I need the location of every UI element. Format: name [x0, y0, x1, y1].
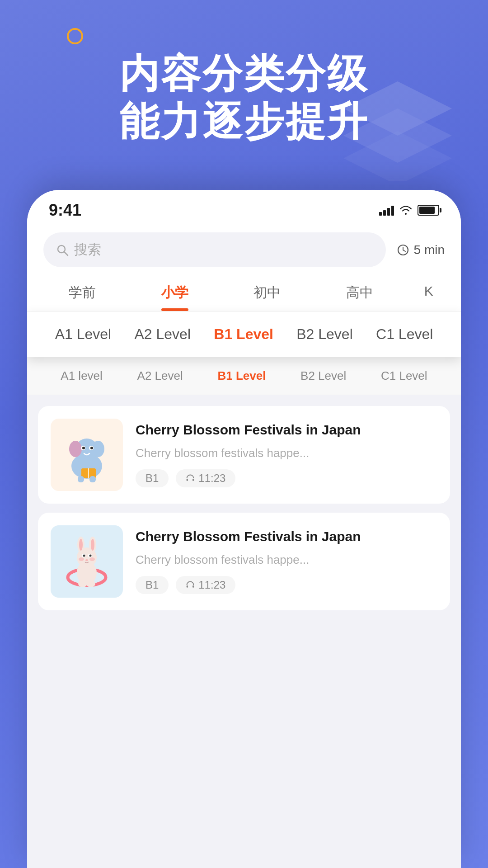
svg-point-37 [86, 580, 95, 587]
headphone-icon-2 [186, 580, 195, 590]
svg-point-28 [91, 539, 94, 551]
hero-title-line1: 内容分类分级 [0, 50, 488, 98]
card-1-level-tag: B1 [136, 469, 169, 487]
svg-line-4 [64, 252, 68, 255]
time-filter-label: 5 min [414, 243, 445, 257]
svg-point-13 [82, 447, 85, 449]
status-icons [379, 205, 439, 216]
sub-level-tabs: A1 level A2 Level B1 Level B2 Level C1 L… [27, 357, 461, 395]
tab-middle[interactable]: 初中 [221, 276, 313, 311]
sub-tab-a2[interactable]: A2 Level [137, 365, 183, 387]
svg-point-30 [83, 555, 85, 557]
search-placeholder: 搜索 [74, 241, 101, 259]
card-2-description: Cherry blossom festivals happe... [136, 552, 437, 568]
level-filter-bar: A1 Level A2 Level B1 Level B2 Level C1 L… [27, 311, 461, 357]
level-a1[interactable]: A1 Level [48, 322, 119, 346]
svg-point-11 [92, 441, 104, 457]
card-2-image [51, 525, 123, 598]
svg-rect-21 [192, 479, 194, 481]
status-bar: 9:41 [27, 190, 461, 225]
card-1-tags: B1 11:23 [136, 469, 437, 487]
card-1-content: Cherry Blossom Festivals in Japan Cherry… [136, 419, 437, 487]
hero-section: 内容分类分级 能力逐步提升 [0, 50, 488, 145]
tab-high[interactable]: 高中 [313, 276, 405, 311]
card-1-title: Cherry Blossom Festivals in Japan [136, 420, 437, 439]
svg-point-36 [78, 580, 87, 587]
sub-tab-b1[interactable]: B1 Level [217, 365, 266, 387]
signal-bar-2 [383, 210, 386, 216]
signal-bar-1 [379, 212, 382, 216]
category-tabs: 学前 小学 初中 高中 K [27, 267, 461, 311]
battery-icon [418, 205, 439, 216]
wifi-icon [399, 206, 412, 215]
svg-point-10 [69, 441, 82, 457]
svg-point-15 [90, 447, 93, 449]
headphone-icon [186, 474, 195, 483]
tab-elementary[interactable]: 小学 [128, 276, 221, 311]
bunny-character-icon [62, 532, 112, 591]
content-card-2[interactable]: Cherry Blossom Festivals in Japan Cherry… [38, 513, 450, 610]
time-filter[interactable]: 5 min [397, 243, 445, 257]
card-1-duration-tag: 11:23 [176, 469, 235, 487]
tab-preschool[interactable]: 学前 [36, 276, 128, 311]
card-1-description: Cherry blossom festivals happe... [136, 445, 437, 461]
orange-dot-icon [67, 28, 83, 44]
svg-rect-18 [78, 476, 84, 482]
signal-icon [379, 205, 394, 216]
signal-bar-3 [387, 208, 390, 216]
tab-more[interactable]: K [406, 276, 452, 311]
status-time: 9:41 [49, 201, 81, 220]
sub-tab-c1[interactable]: C1 Level [381, 365, 427, 387]
clock-icon [397, 244, 409, 256]
phone-mockup: 9:41 搜索 [27, 190, 461, 868]
svg-rect-20 [187, 479, 188, 481]
svg-point-33 [79, 557, 84, 561]
svg-rect-38 [187, 585, 188, 588]
svg-rect-19 [89, 476, 96, 482]
svg-point-32 [89, 555, 92, 557]
sub-tab-b2[interactable]: B2 Level [300, 365, 346, 387]
card-2-tags: B1 11:23 [136, 576, 437, 594]
level-c1[interactable]: C1 Level [369, 322, 440, 346]
svg-point-27 [79, 539, 83, 551]
elephant-character-icon [60, 425, 114, 484]
svg-rect-39 [192, 585, 194, 588]
content-card-1[interactable]: Cherry Blossom Festivals in Japan Cherry… [38, 406, 450, 504]
card-2-level-tag: B1 [136, 576, 169, 594]
svg-point-35 [85, 559, 88, 561]
card-2-duration-tag: 11:23 [176, 576, 235, 594]
hero-title-line2: 能力逐步提升 [0, 98, 488, 146]
svg-line-7 [403, 250, 405, 251]
search-bar[interactable]: 搜索 [43, 232, 386, 267]
search-icon [56, 244, 69, 256]
signal-bar-4 [391, 206, 394, 216]
svg-point-34 [89, 557, 95, 561]
card-2-title: Cherry Blossom Festivals in Japan [136, 527, 437, 546]
search-area: 搜索 5 min [27, 225, 461, 267]
level-b1[interactable]: B1 Level [206, 322, 281, 346]
level-a2[interactable]: A2 Level [127, 322, 198, 346]
card-1-image [51, 419, 123, 491]
content-list: Cherry Blossom Festivals in Japan Cherry… [27, 395, 461, 621]
sub-tab-a1[interactable]: A1 level [61, 365, 103, 387]
card-2-content: Cherry Blossom Festivals in Japan Cherry… [136, 525, 437, 594]
battery-fill [419, 207, 435, 214]
level-b2[interactable]: B2 Level [289, 322, 360, 346]
